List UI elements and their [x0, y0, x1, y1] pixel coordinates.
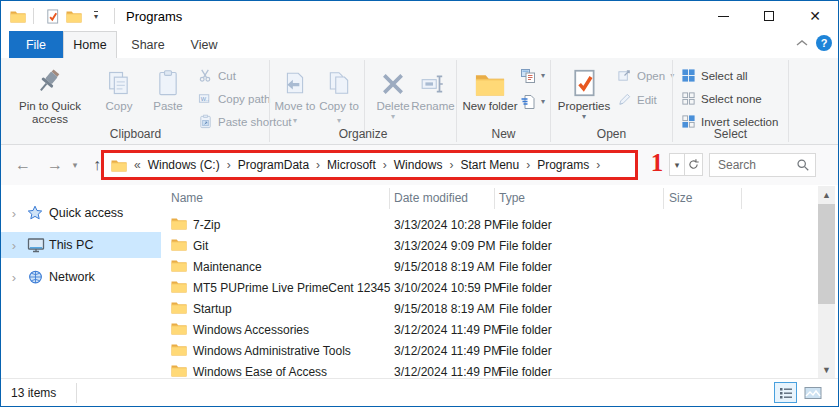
move-to-button[interactable]: Move to ▾ [273, 63, 317, 126]
breadcrumb-separator[interactable]: › [449, 158, 453, 172]
chevron-down-icon: ▾ [73, 160, 78, 170]
up-arrow-icon: ↑ [93, 156, 101, 174]
chevron-down-icon: ▾ [555, 113, 613, 121]
chevron-down-icon: ▾ [337, 116, 341, 125]
new-group-label: New [457, 127, 550, 141]
column-header-row: Name Date modified Type Size [161, 185, 838, 212]
sidebar-item-label: Network [49, 270, 95, 284]
back-button[interactable]: ← [9, 145, 37, 185]
move-to-label: Move to [275, 100, 316, 112]
help-button[interactable]: ? [816, 35, 832, 51]
chevron-right-icon[interactable]: › [1, 270, 27, 285]
breadcrumb-segment[interactable]: ProgramData [238, 158, 309, 172]
cut-button[interactable]: Cut [198, 65, 236, 86]
column-header-date-modified[interactable]: Date modified [394, 191, 468, 205]
breadcrumb-collapse[interactable]: « [134, 158, 141, 172]
new-item-icon [520, 68, 536, 84]
tab-share[interactable]: Share [121, 31, 175, 58]
chevron-down-icon: ▾ [293, 116, 297, 125]
breadcrumb-separator[interactable]: › [227, 158, 231, 172]
breadcrumb-separator[interactable]: › [316, 158, 320, 172]
scissors-icon [198, 68, 213, 83]
file-row[interactable]: Git 3/13/2024 9:09 PM File folder [161, 235, 811, 256]
details-view-button[interactable] [774, 382, 797, 403]
file-row[interactable]: Windows Accessories 3/12/2024 11:49 PM F… [161, 319, 811, 340]
breadcrumb-segment[interactable]: Windows [394, 158, 443, 172]
select-all-button[interactable]: Select all [681, 65, 748, 86]
tab-view[interactable]: View [179, 31, 229, 58]
maximize-button[interactable] [746, 1, 792, 31]
ribbon-group-open: Properties ▾ Open ▾ Edit Open [551, 58, 672, 144]
recent-locations-button[interactable]: ▾ [67, 145, 83, 185]
thumbnails-view-button[interactable] [801, 382, 824, 403]
file-row[interactable]: MT5 PUPrime Live PrimeCent 12345 3/10/20… [161, 277, 811, 298]
paste-button[interactable]: Paste [144, 63, 192, 113]
breadcrumb-separator[interactable]: › [596, 158, 600, 172]
file-list: Name Date modified Type Size 7-Zip 3/13/… [161, 185, 838, 378]
column-separator[interactable] [663, 188, 664, 209]
forward-button[interactable]: → [41, 145, 69, 185]
copy-path-button[interactable]: Copy path [198, 88, 270, 109]
file-row[interactable]: 7-Zip 3/13/2024 10:28 PM File folder [161, 214, 811, 235]
close-button[interactable]: ✕ [792, 1, 838, 31]
breadcrumb-segment[interactable]: Microsoft [327, 158, 376, 172]
file-row[interactable]: Startup 9/15/2018 8:19 AM File folder [161, 298, 811, 319]
file-row[interactable]: Maintenance 9/15/2018 8:19 AM File folde… [161, 256, 811, 277]
column-header-type[interactable]: Type [499, 191, 525, 205]
sidebar-item-this-pc[interactable]: › This PC [1, 232, 161, 258]
folder-icon [171, 259, 187, 272]
breadcrumb-segment[interactable]: Windows (C:) [148, 158, 220, 172]
address-bar: ← → ▾ ↑ « Windows (C:) › ProgramData › M… [1, 145, 838, 185]
paste-icon [154, 69, 182, 97]
scroll-up-button[interactable]: ▲ [818, 186, 835, 203]
column-separator[interactable] [741, 188, 742, 209]
vertical-scrollbar[interactable]: ▲ ▼ [818, 186, 835, 378]
select-none-button[interactable]: Select none [681, 88, 762, 109]
sidebar-item-network[interactable]: › Network [1, 264, 161, 290]
titlebar-divider [33, 8, 34, 24]
new-folder-label: New folder [462, 100, 518, 113]
sidebar-item-quick-access[interactable]: › Quick access [1, 200, 161, 226]
column-header-name[interactable]: Name [171, 191, 203, 205]
properties-button[interactable]: Properties ▾ [555, 63, 613, 121]
copy-path-icon [198, 91, 213, 106]
file-date: 3/12/2024 11:49 PM [394, 344, 501, 358]
column-separator[interactable] [389, 188, 390, 209]
qat-properties-button[interactable] [41, 5, 63, 27]
file-name: Windows Accessories [193, 323, 309, 337]
file-row[interactable]: Windows Administrative Tools 3/12/2024 1… [161, 340, 811, 361]
breadcrumb-segment[interactable]: Start Menu [460, 158, 519, 172]
minimize-icon [718, 16, 729, 17]
status-separator [76, 383, 77, 403]
tab-file[interactable]: File [9, 31, 63, 58]
minimize-ribbon-button[interactable] [796, 39, 808, 47]
scrollbar-thumb[interactable] [818, 204, 835, 304]
search-icon[interactable] [796, 158, 810, 172]
search-input[interactable] [710, 158, 791, 172]
column-separator[interactable] [494, 188, 495, 209]
edit-button[interactable]: Edit [617, 89, 657, 110]
rename-button[interactable]: Rename [410, 63, 456, 113]
open-group-label: Open [551, 127, 672, 141]
copy-button[interactable]: Copy [96, 63, 142, 113]
breadcrumb-segment[interactable]: Programs [537, 158, 589, 172]
chevron-right-icon[interactable]: › [1, 206, 27, 221]
easy-access-button[interactable]: ▾ [520, 91, 545, 112]
minimize-button[interactable] [700, 1, 746, 31]
pin-to-quick-access-button[interactable]: Pin to Quick access [6, 63, 94, 126]
scroll-down-button[interactable]: ▼ [818, 361, 835, 378]
copy-to-button[interactable]: Copy to ▾ [317, 63, 361, 126]
breadcrumb-separator[interactable]: › [526, 158, 530, 172]
qat-new-folder-button[interactable] [63, 5, 85, 27]
new-item-button[interactable]: ▾ [520, 65, 545, 86]
file-name: MT5 PUPrime Live PrimeCent 12345 [193, 281, 390, 295]
tab-home[interactable]: Home [63, 31, 117, 58]
refresh-button[interactable] [684, 153, 703, 176]
chevron-right-icon[interactable]: › [1, 238, 27, 253]
new-folder-button[interactable]: New folder [462, 63, 518, 113]
qat-customize-button[interactable]: ▾ [85, 5, 107, 27]
address-dropdown-button[interactable]: ▾ [669, 153, 685, 176]
open-button[interactable]: Open ▾ [617, 65, 674, 86]
breadcrumb-separator[interactable]: › [383, 158, 387, 172]
column-header-size[interactable]: Size [669, 191, 692, 205]
